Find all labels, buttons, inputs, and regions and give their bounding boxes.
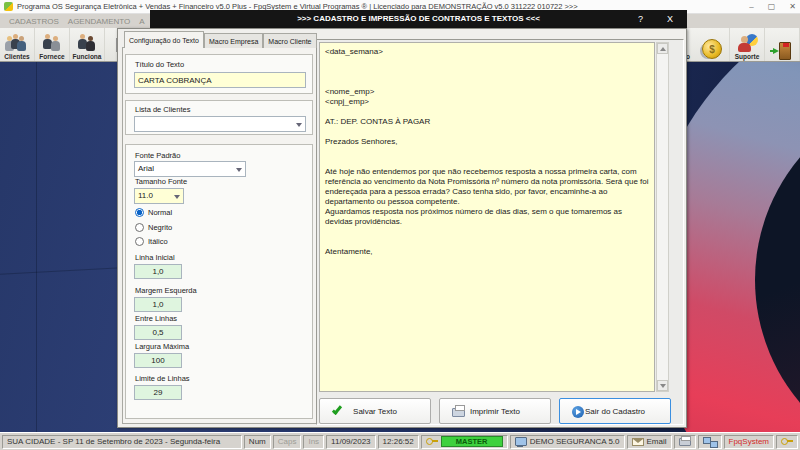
linha-inicial-label: Linha Inicial (135, 253, 175, 262)
insert-text: Ins (308, 435, 319, 448)
limite-linhas-label: Limite de Linhas (135, 374, 190, 383)
caps-lock-text: Caps (278, 435, 297, 448)
toolbar-button-suporte[interactable]: Suporte (730, 28, 765, 61)
chevron-down-icon (174, 195, 180, 199)
status-brand: FpqSystem (724, 435, 774, 449)
toolbar-button-exit[interactable] (765, 28, 800, 61)
dialog-cadastro-textos: >>> CADASTRO E IMPRESSÃO DE CONTRATOS E … (117, 10, 687, 428)
fonte-padrao-value: Arial (138, 164, 154, 173)
tamanho-fonte-select[interactable]: 11.0 (134, 188, 184, 204)
status-insert: Ins (303, 435, 324, 449)
toolbar-button-clientes[interactable]: Clientes (0, 28, 35, 61)
date-text: 11/09/2023 (331, 435, 370, 448)
radio-italico-label: Itálico (148, 237, 168, 246)
sair-do-cadastro-label: Sair do Cadastro (560, 399, 670, 423)
lista-clientes-select[interactable] (134, 116, 306, 132)
status-network[interactable] (698, 435, 722, 449)
salvar-texto-label: Salvar Texto (320, 399, 430, 423)
app-logo-icon (4, 2, 13, 11)
toolbar-button-financeiro[interactable] (695, 28, 730, 61)
radio-normal-circle[interactable] (135, 208, 144, 217)
titulo-texto-input[interactable] (134, 72, 306, 88)
wallpaper-line (36, 62, 37, 432)
tab-control: Configuração do Texto Macro Empresa Macr… (122, 31, 318, 424)
dialog-titlebar[interactable]: >>> CADASTRO E IMPRESSÃO DE CONTRATOS E … (150, 10, 687, 28)
toolbar-label-suporte: Suporte (735, 53, 760, 60)
sair-do-cadastro-button[interactable]: Sair do Cadastro (559, 398, 671, 424)
time-text: 12:26:52 (383, 435, 414, 448)
key-icon (426, 438, 438, 445)
email-icon (632, 438, 644, 446)
chevron-down-icon (296, 123, 302, 127)
statusbar: SUA CIDADE - SP 11 de Setembro de 2023 -… (0, 432, 800, 450)
close-button[interactable]: ✕ (789, 1, 796, 13)
dialog-body: Configuração do Texto Macro Empresa Macr… (117, 28, 687, 428)
suppliers-icon (40, 34, 64, 52)
largura-maxima-input[interactable] (134, 353, 182, 368)
texto-textarea[interactable]: <data_semana> <nome_emp> <cnpj_emp> AT.:… (319, 42, 655, 392)
margem-esquerda-input[interactable] (134, 297, 182, 312)
menu-cadastros[interactable]: CADASTROS (9, 17, 59, 26)
product-text: DEMO SEGURANCA 5.0 (530, 435, 620, 448)
status-key (776, 435, 798, 449)
radio-italico[interactable]: Itálico (135, 237, 168, 246)
radio-normal[interactable]: Normal (135, 208, 172, 217)
text-editor-panel: <data_semana> <nome_emp> <cnpj_emp> AT.:… (316, 39, 684, 425)
status-printer[interactable] (674, 435, 696, 449)
radio-italico-circle[interactable] (135, 237, 144, 246)
email-text: Email (647, 435, 667, 448)
group-lista-clientes: Lista de Clientes (125, 100, 313, 135)
coin-icon (702, 39, 722, 59)
chevron-down-icon (236, 168, 242, 172)
status-location: SUA CIDADE - SP 11 de Setembro de 2023 -… (2, 435, 242, 449)
scroll-up-icon[interactable] (657, 43, 668, 54)
num-lock-text: Num (249, 435, 266, 448)
status-date: 11/09/2023 (326, 435, 375, 449)
entre-linhas-label: Entre Linhas (135, 314, 177, 323)
printer-icon (679, 438, 691, 446)
imprimir-texto-label: Imprimir Texto (440, 399, 550, 423)
master-badge: MASTER (441, 436, 503, 447)
limite-linhas-input[interactable] (134, 385, 182, 400)
tab-macro-cliente[interactable]: Macro Cliente (263, 33, 316, 48)
radio-negrito-circle[interactable] (135, 223, 144, 232)
toolbar-label-fornece: Fornece (39, 53, 64, 60)
linha-inicial-input[interactable] (134, 264, 182, 279)
status-caps-lock: Caps (273, 435, 302, 449)
tab-strip: Configuração do Texto Macro Empresa Macr… (124, 31, 317, 48)
imprimir-texto-button[interactable]: Imprimir Texto (439, 398, 551, 424)
fonte-padrao-label: Fonte Padrão (135, 151, 180, 160)
radio-negrito[interactable]: Negrito (135, 223, 172, 232)
textarea-scrollbar[interactable] (656, 42, 669, 392)
tab-macro-empresa[interactable]: Macro Empresa (204, 33, 263, 48)
dialog-title: >>> CADASTRO E IMPRESSÃO DE CONTRATOS E … (150, 10, 687, 28)
tamanho-fonte-value: 11.0 (138, 191, 153, 200)
minimize-button[interactable]: – (749, 1, 753, 13)
tab-configuracao-do-texto[interactable]: Configuração do Texto (124, 31, 204, 48)
dialog-close-button[interactable]: X (667, 10, 673, 28)
support-icon (736, 34, 758, 52)
tamanho-fonte-label: Tamanho Fonte (135, 177, 187, 186)
tab-page-configuracao: Título do Texto Lista de Clientes Fonte … (122, 47, 318, 424)
dialog-help-button[interactable]: ? (638, 10, 643, 28)
status-email[interactable]: Email (627, 435, 672, 449)
toolbar-button-funciona[interactable]: Funciona (70, 28, 105, 61)
salvar-texto-button[interactable]: Salvar Texto (319, 398, 431, 424)
toolbar-label-funciona: Funciona (73, 53, 102, 60)
employees-icon (75, 34, 99, 52)
toolbar-button-fornece[interactable]: Fornece (35, 28, 70, 61)
maximize-button[interactable]: ▢ (768, 1, 776, 13)
group-fonte-config: Fonte Padrão Arial Tamanho Fonte 11.0 (125, 144, 313, 419)
status-user: MASTER (421, 435, 508, 449)
status-time: 12:26:52 (378, 435, 419, 449)
largura-maxima-label: Largura Máxima (135, 342, 189, 351)
margem-esquerda-label: Margem Esquerda (135, 286, 197, 295)
scroll-down-icon[interactable] (657, 380, 668, 391)
status-location-text: SUA CIDADE - SP 11 de Setembro de 2023 -… (7, 435, 220, 448)
entre-linhas-input[interactable] (134, 325, 182, 340)
brand-text: FpqSystem (729, 435, 769, 448)
fonte-padrao-select[interactable]: Arial (134, 161, 246, 177)
status-num-lock: Num (244, 435, 271, 449)
lista-clientes-label: Lista de Clientes (135, 105, 190, 114)
exit-door-icon (773, 41, 791, 59)
